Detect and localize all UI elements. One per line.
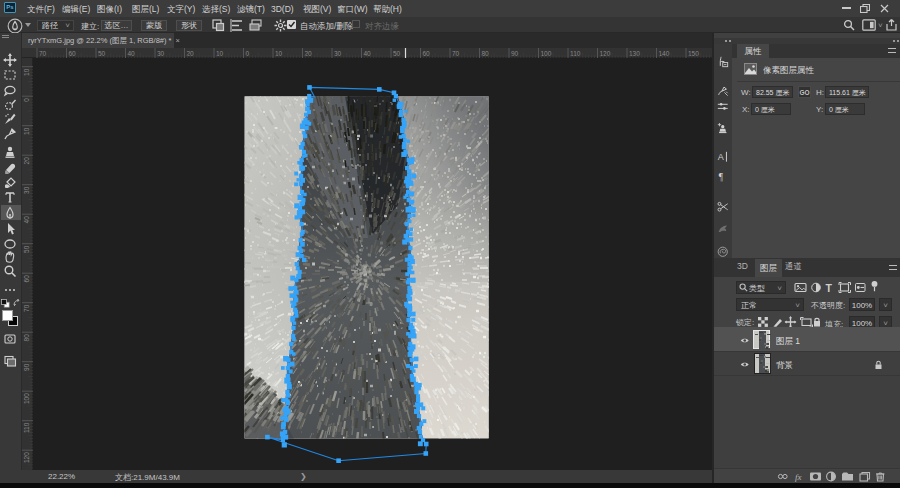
svg-text:T: T (826, 282, 833, 294)
svg-text:30: 30 (23, 186, 30, 194)
svg-text:0: 0 (23, 98, 30, 102)
svg-text:40: 40 (23, 216, 30, 224)
svg-text:60: 60 (23, 275, 30, 283)
svg-text:80: 80 (23, 334, 30, 342)
svg-text:100: 100 (23, 393, 30, 404)
svg-text:110: 110 (23, 422, 30, 433)
svg-text:10: 10 (23, 127, 30, 135)
svg-text:10: 10 (23, 68, 30, 76)
svg-text:110: 110 (570, 50, 581, 57)
svg-text:¶: ¶ (719, 172, 724, 182)
svg-text:20: 20 (23, 157, 30, 165)
svg-text:50: 50 (23, 245, 30, 253)
svg-text:fx: fx (795, 472, 802, 482)
svg-text:120: 120 (23, 452, 30, 463)
svg-text:90: 90 (23, 363, 30, 371)
svg-text:70: 70 (23, 304, 30, 312)
svg-text:A: A (718, 152, 724, 162)
